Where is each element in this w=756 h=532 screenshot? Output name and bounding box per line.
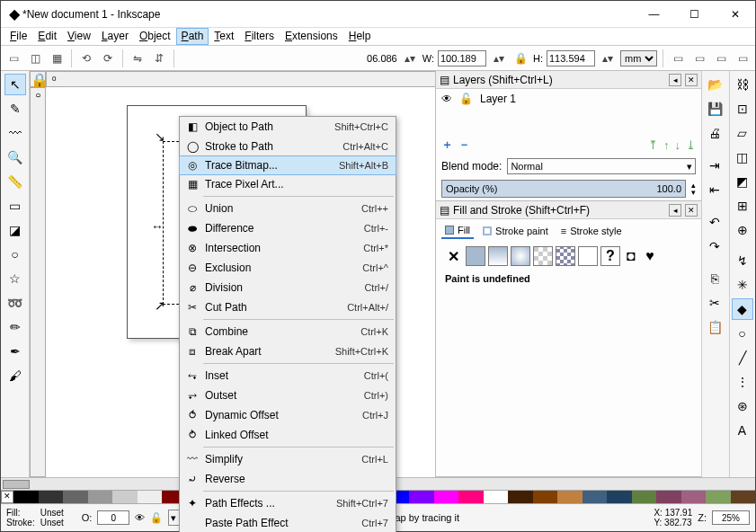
- lock-icon[interactable]: 🔓: [150, 512, 163, 524]
- spinner-icon[interactable]: ▴▾: [490, 49, 508, 67]
- h-input[interactable]: [547, 50, 595, 66]
- paint-flat-button[interactable]: [466, 246, 485, 266]
- tab-stroke-style[interactable]: ≡Stroke style: [557, 223, 626, 239]
- layer-top-button[interactable]: ⤒: [648, 138, 658, 152]
- layer-down-button[interactable]: ↓: [675, 138, 681, 152]
- menu-text[interactable]: Text: [209, 28, 239, 45]
- close-button[interactable]: ✕: [715, 1, 755, 27]
- palette-swatch[interactable]: [583, 491, 608, 503]
- opacity-o-input[interactable]: [97, 510, 129, 525]
- snap-text-icon[interactable]: A: [732, 420, 753, 441]
- snap-cusp-icon[interactable]: ◆: [732, 298, 753, 320]
- snap-edge-icon[interactable]: ◫: [732, 146, 753, 168]
- pencil-tool[interactable]: ✏: [4, 316, 26, 338]
- calligraphy-tool[interactable]: 🖌: [4, 365, 26, 386]
- menu-file[interactable]: File: [4, 28, 32, 45]
- paint-undef-button[interactable]: ?: [600, 246, 620, 266]
- print-icon[interactable]: 🖨: [704, 122, 725, 144]
- layer-list[interactable]: 👁 🔓 Layer 1: [436, 89, 701, 134]
- scrollbar-thumb[interactable]: [3, 480, 30, 489]
- tweak-tool[interactable]: 〰: [4, 122, 26, 144]
- menuitem-linked-offset[interactable]: ⥁Linked Offset: [180, 425, 396, 445]
- layer-up-button[interactable]: ↑: [663, 138, 670, 152]
- palette-swatch[interactable]: [533, 491, 558, 503]
- layer-item-label[interactable]: Layer 1: [480, 93, 516, 105]
- export-icon[interactable]: ⇤: [704, 179, 725, 200]
- snap-enable-icon[interactable]: ⛓: [732, 74, 753, 95]
- palette-swatch[interactable]: [607, 491, 632, 503]
- panel-min-button[interactable]: ◂: [669, 74, 681, 86]
- paint-swatch-button[interactable]: [556, 246, 575, 266]
- snap-center-icon[interactable]: ⊕: [732, 219, 753, 241]
- menuitem-trace-bitmap-[interactable]: ◎Trace Bitmap...Shift+Alt+B: [179, 155, 396, 175]
- resize-handle-w[interactable]: ↔: [151, 219, 160, 228]
- minimize-button[interactable]: —: [634, 1, 674, 27]
- menuitem-stroke-to-path[interactable]: ◯Stroke to PathCtrl+Alt+C: [180, 137, 396, 156]
- paint-pattern-button[interactable]: [533, 246, 553, 266]
- layer-bottom-button[interactable]: ⤓: [686, 138, 696, 152]
- menuitem-break-apart[interactable]: ⧈Break ApartShift+Ctrl+K: [180, 341, 396, 361]
- affect-icon[interactable]: ▭: [669, 49, 687, 67]
- menuitem-path-effects-[interactable]: ✦Path Effects ...Shift+Ctrl+7: [180, 493, 396, 513]
- menuitem-reverse[interactable]: ⤾Reverse: [180, 469, 396, 489]
- visibility-icon[interactable]: 👁: [135, 512, 145, 523]
- copy-icon[interactable]: ⎘: [704, 268, 725, 289]
- undo-icon[interactable]: ↶: [704, 211, 725, 233]
- snap-mid-icon[interactable]: ⊞: [732, 195, 753, 217]
- panel-min-button[interactable]: ◂: [669, 204, 681, 217]
- unit-select[interactable]: mm: [620, 50, 657, 66]
- menu-object[interactable]: Object: [134, 28, 176, 45]
- rect-tool[interactable]: ▭: [4, 195, 26, 217]
- palette-swatch[interactable]: [656, 491, 681, 503]
- menu-extensions[interactable]: Extensions: [280, 28, 343, 45]
- menu-help[interactable]: Help: [343, 28, 377, 45]
- resize-handle-sw[interactable]: ↗: [155, 298, 164, 307]
- resize-handle-nw[interactable]: ↘: [155, 129, 164, 138]
- menu-layer[interactable]: Layer: [96, 28, 134, 45]
- lock-icon[interactable]: 🔒: [511, 49, 529, 67]
- tb-icon[interactable]: ◫: [26, 49, 44, 67]
- menuitem-dynamic-offset[interactable]: ⥀Dynamic OffsetCtrl+J: [180, 405, 396, 425]
- palette-swatch[interactable]: [731, 491, 756, 503]
- tab-fill[interactable]: Fill: [441, 223, 474, 239]
- rotate-ccw-icon[interactable]: ⟲: [77, 49, 95, 67]
- palette-swatch[interactable]: [557, 491, 583, 503]
- palette-swatch[interactable]: [88, 491, 113, 503]
- affect-icon[interactable]: ▭: [712, 49, 730, 67]
- palette-swatch[interactable]: [63, 491, 88, 503]
- add-layer-button[interactable]: ＋: [441, 137, 453, 153]
- star-tool[interactable]: ☆: [4, 268, 26, 289]
- blend-mode-select[interactable]: Normal▾: [507, 158, 696, 174]
- menuitem-division[interactable]: ⌀DivisionCtrl+/: [180, 278, 396, 297]
- palette-swatch[interactable]: [681, 491, 707, 503]
- menu-view[interactable]: View: [62, 28, 96, 45]
- zoom-input[interactable]: [712, 510, 750, 525]
- lock-icon[interactable]: 🔓: [459, 93, 473, 105]
- palette-swatch[interactable]: [434, 491, 459, 503]
- w-input[interactable]: [438, 50, 486, 66]
- measure-tool[interactable]: 📏: [4, 171, 26, 192]
- spinner-icon[interactable]: ▴▾: [401, 49, 419, 67]
- snap-other-icon[interactable]: ⋮: [732, 371, 753, 393]
- snap-path-icon[interactable]: ↯: [732, 250, 753, 271]
- redo-icon[interactable]: ↷: [704, 235, 725, 257]
- menuitem-inset[interactable]: ⥆InsetCtrl+(: [180, 366, 396, 386]
- palette-swatch[interactable]: [409, 491, 434, 503]
- menuitem-paste-path-effect[interactable]: Paste Path EffectCtrl+7: [180, 513, 396, 532]
- fill-value[interactable]: Unset: [40, 508, 76, 518]
- tab-stroke-paint[interactable]: Stroke paint: [479, 223, 552, 239]
- palette-swatch[interactable]: [508, 491, 533, 503]
- snap-rot-icon[interactable]: ⊛: [732, 395, 753, 417]
- paint-none-button[interactable]: ✕: [443, 246, 463, 266]
- menuitem-exclusion[interactable]: ⊖ExclusionCtrl+^: [180, 258, 396, 278]
- palette-swatch[interactable]: [706, 491, 731, 503]
- palette-swatch[interactable]: [13, 491, 39, 503]
- open-icon[interactable]: 📂: [704, 74, 725, 95]
- tb-icon[interactable]: ▭: [4, 49, 22, 67]
- 3dbox-tool[interactable]: ◪: [4, 219, 26, 241]
- spiral-tool[interactable]: ➿: [4, 292, 26, 314]
- zoom-tool[interactable]: 🔍: [4, 146, 26, 168]
- menuitem-combine[interactable]: ⧉CombineCtrl+K: [180, 322, 396, 341]
- panel-grip-icon[interactable]: ▤: [440, 74, 449, 86]
- opacity-slider[interactable]: Opacity (%) 100.0: [441, 180, 686, 198]
